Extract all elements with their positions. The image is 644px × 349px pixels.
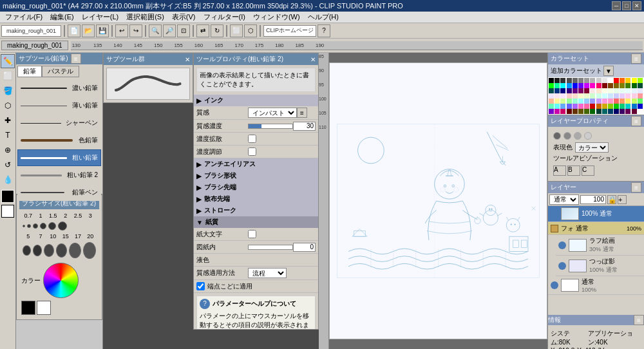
color-set-expand[interactable]: ▼ — [603, 66, 614, 76]
color-cell-57[interactable] — [602, 93, 607, 99]
menu-selection[interactable]: 選択範囲(S) — [122, 12, 168, 22]
layer-eye-3[interactable] — [551, 281, 558, 289]
color-cell-93[interactable] — [625, 104, 630, 109]
color-cell-73[interactable] — [602, 99, 607, 104]
layer-item-2[interactable]: つっぽ影 100% 通常 — [556, 256, 644, 276]
texture-size-check[interactable] — [248, 230, 256, 238]
layer-eye-1[interactable] — [558, 241, 566, 249]
canvas-main[interactable]: 85 90 95 100 105 110 — [319, 53, 547, 349]
tool-eyedrop[interactable]: 💧 — [1, 173, 15, 187]
save-button[interactable]: 💾 — [96, 24, 109, 37]
tool-eraser[interactable]: ⬜ — [1, 69, 15, 83]
color-wheel[interactable] — [43, 263, 79, 298]
zoom-in-button[interactable]: 🔍 — [149, 24, 162, 37]
canvas-tab[interactable]: making_rough_001 — [1, 41, 68, 50]
tool-select[interactable]: ⬡ — [1, 99, 15, 113]
edge-apply-check[interactable] — [196, 282, 205, 290]
color-cell-41[interactable] — [602, 88, 607, 93]
color-cell-107[interactable] — [614, 109, 619, 114]
tool-rotate[interactable]: ↺ — [1, 158, 15, 172]
color-cell-64[interactable] — [549, 99, 554, 104]
color-cell-40[interactable] — [596, 88, 601, 93]
color-cell-77[interactable] — [625, 99, 630, 104]
size-dot-xl2[interactable] — [33, 245, 42, 256]
color-cell-95[interactable] — [638, 104, 643, 109]
quality-density-input[interactable] — [293, 122, 316, 131]
color-cell-102[interactable] — [584, 109, 589, 114]
color-cell-46[interactable] — [632, 88, 637, 93]
ink-section-header[interactable]: ▶ インク — [194, 95, 318, 106]
rotate-button[interactable]: ↻ — [211, 24, 223, 37]
color-cell-36[interactable] — [573, 88, 578, 93]
fg-color-swatch[interactable] — [21, 301, 35, 315]
menu-edit[interactable]: 編集(E) — [46, 12, 78, 22]
layer-item-3[interactable]: 通常 100% — [548, 276, 644, 295]
color-cell-35[interactable] — [567, 88, 572, 93]
color-cell-66[interactable] — [560, 99, 565, 104]
color-cell-7[interactable] — [590, 78, 595, 83]
size-dot-small[interactable] — [23, 225, 25, 227]
layer-opacity-input[interactable] — [580, 195, 606, 204]
color-cell-82[interactable] — [560, 104, 565, 109]
color-cell-29[interactable] — [625, 83, 630, 88]
color-cell-5[interactable] — [578, 78, 583, 83]
color-cell-61[interactable] — [625, 93, 630, 99]
select-button[interactable]: ⬜ — [230, 24, 243, 37]
color-cell-68[interactable] — [573, 99, 578, 104]
bg-color-swatch[interactable] — [37, 301, 51, 315]
close-button[interactable]: ✕ — [632, 1, 641, 10]
color-cell-83[interactable] — [567, 104, 572, 109]
layer-item-1[interactable]: ラフ絵画 30% 通常 — [556, 235, 644, 256]
menu-layer[interactable]: レイヤー(L) — [78, 12, 122, 22]
size-dot-xl5[interactable] — [69, 243, 81, 258]
density-diffuse-check[interactable] — [248, 135, 256, 143]
quality-density-slider[interactable] — [248, 124, 293, 129]
color-cell-80[interactable] — [549, 104, 554, 109]
color-cell-85[interactable] — [578, 104, 583, 109]
subtool-close[interactable]: ✕ — [185, 56, 190, 63]
color-cell-28[interactable] — [620, 83, 625, 88]
texture-apply-dropdown[interactable]: 流程 — [248, 268, 287, 278]
size-dot-med1[interactable] — [27, 224, 31, 228]
texture-section-header[interactable]: ▼ 紙質 — [194, 216, 318, 228]
size-dot-xl3[interactable] — [44, 244, 54, 257]
color-cell-10[interactable] — [608, 78, 613, 83]
color-cell-11[interactable] — [614, 78, 619, 83]
color-cell-20[interactable] — [573, 83, 578, 88]
texture-inner-input[interactable] — [293, 243, 316, 252]
layer-item-0[interactable]: 100% 通常 — [548, 206, 644, 222]
color-cell-69[interactable] — [578, 99, 583, 104]
color-cell-43[interactable] — [614, 88, 619, 93]
color-cell-4[interactable] — [573, 78, 578, 83]
menu-help[interactable]: ヘルプ(H) — [304, 12, 343, 22]
color-cell-79[interactable] — [638, 99, 643, 104]
brush-item-5[interactable]: 粗い鉛筆 2 — [17, 167, 101, 184]
color-cell-70[interactable] — [584, 99, 589, 104]
color-cell-58[interactable] — [608, 93, 613, 99]
color-cell-63[interactable] — [638, 93, 643, 99]
color-cell-90[interactable] — [608, 104, 613, 109]
color-cell-76[interactable] — [620, 99, 625, 104]
color-cell-86[interactable] — [584, 104, 589, 109]
color-cell-94[interactable] — [632, 104, 637, 109]
color-cell-17[interactable] — [554, 83, 560, 88]
layer-eye-0[interactable] — [551, 210, 558, 218]
tab-pastel[interactable]: パステル — [42, 66, 79, 77]
tool-text[interactable]: T — [1, 128, 15, 142]
color-cell-101[interactable] — [578, 109, 583, 114]
color-cell-48[interactable] — [549, 93, 554, 99]
color-cell-96[interactable] — [549, 109, 554, 114]
blend-mode-select[interactable]: 通常 — [549, 194, 579, 205]
color-cell-110[interactable] — [632, 109, 637, 114]
color-cell-3[interactable] — [567, 78, 572, 83]
color-cell-60[interactable] — [620, 93, 625, 99]
color-cell-32[interactable] — [549, 88, 554, 93]
tool-prop-close[interactable]: ✕ — [310, 56, 316, 63]
color-cell-6[interactable] — [584, 78, 589, 83]
color-cell-103[interactable] — [590, 109, 595, 114]
color-cell-24[interactable] — [596, 83, 601, 88]
color-cell-13[interactable] — [625, 78, 630, 83]
color-cell-49[interactable] — [554, 93, 560, 99]
undo-button[interactable]: ↩ — [115, 24, 128, 37]
color-cell-72[interactable] — [596, 99, 601, 104]
